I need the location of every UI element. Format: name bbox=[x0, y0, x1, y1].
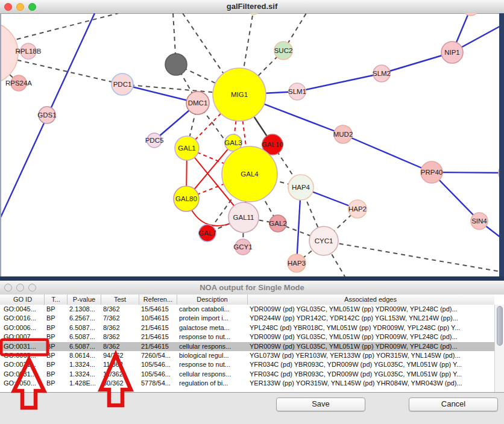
table-row-8[interactable]: GO:0031...BP1.3324...11/362105/546...cel… bbox=[0, 370, 494, 379]
save-button[interactable]: Save bbox=[276, 398, 365, 411]
node-unlabeled-top-pink[interactable] bbox=[463, 13, 479, 16]
cell-description: protein import i... bbox=[177, 314, 247, 323]
node-sin4-label: SIN4 bbox=[471, 217, 487, 225]
node-slm1-label: SLM1 bbox=[288, 88, 306, 95]
cell-description: galactose meta... bbox=[177, 323, 247, 332]
table-row-1[interactable]: GO:0045...BP2.1308...8/36215/54615carbon… bbox=[0, 305, 494, 314]
node-mud2-label: MUD2 bbox=[333, 131, 353, 138]
cell-p_value: 6.5087... bbox=[67, 323, 101, 332]
node-hap2-label: HAP2 bbox=[348, 205, 367, 213]
table-row-6[interactable]: GO:0065...BP8.0614...94/3627260/54...bio… bbox=[0, 351, 494, 360]
table-row-2[interactable]: GO:0016...BP6.2567...7/36210/54615protei… bbox=[0, 314, 494, 323]
cell-test: 80/362 bbox=[101, 379, 139, 388]
noa-output-window: NOA output for Single Mode GO IDT...P-va… bbox=[0, 276, 504, 424]
cell-edges: YDR009W (pd) YGL035C, YML051W (pp) YDR00… bbox=[247, 332, 493, 341]
cell-edges: YDR009W (pd) YGL035C, YML051W (pp) YDR00… bbox=[247, 305, 493, 314]
node-pdc1-label: PDC1 bbox=[113, 81, 132, 88]
noa-window-title: NOA output for Single Mode bbox=[0, 283, 504, 292]
cell-edges: YFR034C (pd) YBR093C, YDR009W (pd) YGL03… bbox=[247, 370, 493, 379]
cell-description: biological regul... bbox=[177, 351, 247, 360]
cell-reference: 105/546... bbox=[139, 370, 177, 379]
cell-reference: 7260/54... bbox=[139, 351, 177, 360]
cell-reference: 5778/54... bbox=[139, 379, 177, 388]
cell-reference: 21/54615 bbox=[139, 332, 177, 341]
column-header-3[interactable]: P-value bbox=[67, 295, 101, 305]
cell-description: cellular respons... bbox=[177, 370, 247, 379]
cell-test: 8/362 bbox=[101, 305, 139, 314]
node-suc2-label: SUC2 bbox=[274, 47, 293, 54]
table-row-3[interactable]: GO:0006...BP6.5087...8/36221/54615galact… bbox=[0, 323, 494, 332]
table-row-5[interactable]: GO:0031...BP6.5087...8/36221/54615cellul… bbox=[0, 342, 494, 351]
node-unlabeled-gray[interactable] bbox=[165, 54, 187, 75]
node-rpl18b-label: RPL18B bbox=[16, 48, 42, 55]
cell-test: 8/362 bbox=[101, 323, 139, 332]
edge-pd bbox=[324, 241, 504, 272]
table-row-7[interactable]: GO:0031...BP1.3324...11/362105/546...res… bbox=[0, 360, 494, 369]
cell-edges: YDR244W (pp) YDR142C, YDR142C (pp) YGL15… bbox=[247, 314, 493, 323]
cell-reference: 10/54615 bbox=[139, 314, 177, 323]
noa-window-titlebar[interactable]: NOA output for Single Mode bbox=[0, 281, 504, 295]
column-header-4[interactable]: Test bbox=[101, 295, 139, 305]
cell-edges: YPL248C (pd) YBR018C, YML051W (pp) YDR00… bbox=[247, 323, 493, 332]
node-gal7-label: GAL7 bbox=[198, 229, 216, 237]
node-gal10-label: GAL10 bbox=[262, 141, 283, 148]
table-row-4[interactable]: GO:0007...BP6.5087...8/36221/54615respon… bbox=[0, 332, 494, 341]
node-gal3-label: GAL3 bbox=[224, 139, 242, 146]
node-hap4-label: HAP4 bbox=[292, 184, 310, 191]
cell-edges: YER133W (pp) YOR315W, YNL145W (pd) YHR08… bbox=[247, 379, 493, 388]
cell-description: carbon cataboli... bbox=[177, 305, 247, 314]
cell-edges: YGL073W (pd) YER103W, YER133W (pp) YOR31… bbox=[247, 351, 493, 360]
node-dmc1-label: DMC1 bbox=[188, 99, 208, 107]
table-row-9[interactable]: GO:0050...BP1.428E...80/3625778/54...reg… bbox=[0, 379, 494, 388]
cell-reference: 21/54615 bbox=[139, 323, 177, 332]
cell-go_id: GO:0031... bbox=[1, 360, 44, 369]
cancel-button[interactable]: Cancel bbox=[409, 398, 498, 411]
column-header-5[interactable]: Referen... bbox=[139, 295, 177, 305]
node-gal1-label: GAL1 bbox=[178, 145, 195, 152]
scrollbar-thumb[interactable] bbox=[497, 306, 503, 346]
cell-test: 11/362 bbox=[101, 360, 139, 369]
column-header-6[interactable]: Desciption bbox=[177, 295, 247, 305]
cell-type: BP bbox=[44, 323, 67, 332]
cell-go_id: GO:0031... bbox=[1, 370, 44, 379]
cell-go_id: GO:0006... bbox=[1, 323, 44, 332]
node-gal2-label: GAL2 bbox=[269, 220, 286, 227]
cell-go_id: GO:0007... bbox=[1, 332, 44, 341]
cell-p_value: 6.5087... bbox=[67, 342, 101, 351]
node-prp40-label: PRP40 bbox=[421, 169, 443, 176]
cell-p_value: 8.0614... bbox=[67, 351, 101, 360]
network-window-titlebar[interactable]: galFiltered.sif bbox=[0, 0, 504, 14]
cell-reference: 105/546... bbox=[139, 360, 177, 369]
cell-test: 7/362 bbox=[101, 314, 139, 323]
cell-go_id: GO:0045... bbox=[1, 305, 44, 314]
vertical-scrollbar[interactable] bbox=[494, 305, 504, 392]
cell-reference: 15/54615 bbox=[139, 305, 177, 314]
network-canvas[interactable]: RPL18BRPS24AGDS1PDC1DMC1MIG1SUC2SLM1SLM2… bbox=[0, 13, 504, 276]
column-header-2[interactable]: T... bbox=[44, 295, 67, 305]
table-header-row[interactable]: GO IDT...P-valueTestReferen...Desciption… bbox=[0, 295, 494, 305]
column-header-1[interactable]: GO ID bbox=[1, 295, 44, 305]
cell-type: BP bbox=[44, 379, 67, 388]
cell-type: BP bbox=[44, 305, 67, 314]
node-nip1-label: NIP1 bbox=[444, 49, 460, 56]
cell-p_value: 6.5087... bbox=[67, 332, 101, 341]
cell-edges: YDR009W (pd) YGL035C, YML051W (pp) YDR00… bbox=[247, 342, 493, 351]
cell-description: response to nut... bbox=[177, 360, 247, 369]
cell-test: 8/362 bbox=[101, 332, 139, 341]
table-body: GO:0045...BP2.1308...8/36215/54615carbon… bbox=[0, 305, 494, 388]
screen: galFiltered.sif RPL18BRPS24AGDS1PDC1DMC1… bbox=[0, 0, 504, 424]
cell-edges: YFR034C (pd) YBR093C, YDR009W (pd) YGL03… bbox=[247, 360, 493, 369]
column-header-7[interactable]: Associated edges bbox=[247, 295, 493, 305]
node-gal11-label: GAL11 bbox=[233, 214, 254, 221]
cell-reference: 21/54615 bbox=[139, 342, 177, 351]
node-rps24a-label: RPS24A bbox=[5, 80, 32, 87]
node-cyc1-label: CYC1 bbox=[315, 237, 333, 245]
node-unlabeled-top-green[interactable] bbox=[247, 13, 260, 14]
cell-p_value: 1.3324... bbox=[67, 360, 101, 369]
cell-go_id: GO:0065... bbox=[1, 351, 44, 360]
canvas-right-border bbox=[499, 13, 504, 276]
node-hap3-label: HAP3 bbox=[288, 260, 306, 267]
cell-go_id: GO:0031... bbox=[1, 342, 44, 351]
cell-test: 11/362 bbox=[101, 370, 139, 379]
window-top-edge bbox=[0, 276, 504, 281]
